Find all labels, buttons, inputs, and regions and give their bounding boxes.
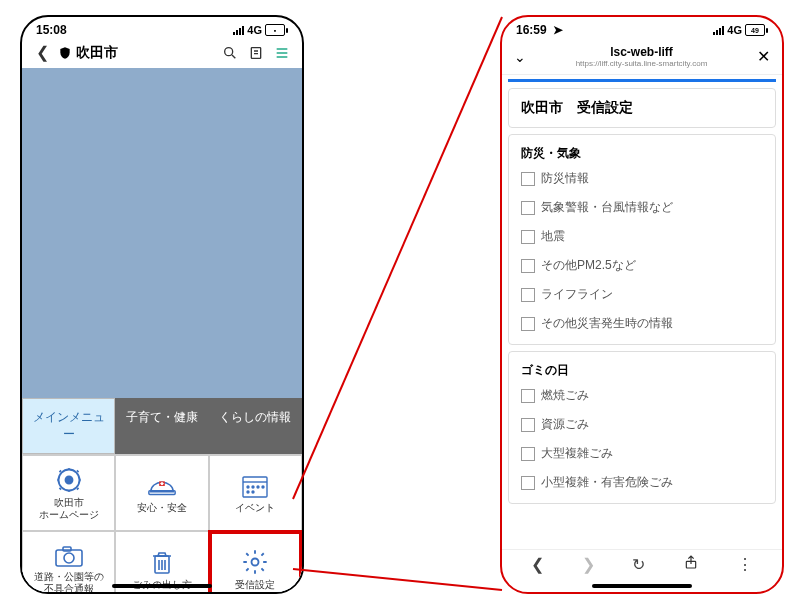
chevron-down-icon[interactable]: ⌄ xyxy=(514,49,526,65)
chat-background xyxy=(22,68,302,398)
svg-point-21 xyxy=(252,491,254,493)
tab-childcare[interactable]: 子育て・健康 xyxy=(115,398,208,454)
cell-homepage[interactable]: 吹田市 ホームページ xyxy=(22,455,115,531)
accent-bar xyxy=(508,79,776,82)
svg-line-37 xyxy=(293,17,502,499)
liff-url: https://liff.city-suita.line-smartcity.c… xyxy=(534,59,749,68)
status-bar: 16:59 ➤ 4G 49 xyxy=(502,17,782,39)
page-title-section: 吹田市 受信設定 xyxy=(508,88,776,128)
helmet-icon xyxy=(147,473,177,499)
close-icon[interactable]: ✕ xyxy=(757,47,770,66)
group-disaster: 防災・気象 防災情報 気象警報・台風情報など 地震 その他PM2.5など ライフ… xyxy=(508,134,776,345)
cell-label: イベント xyxy=(235,502,275,514)
battery-icon: 49 xyxy=(745,24,768,36)
svg-line-1 xyxy=(232,55,235,58)
checkbox-icon[interactable] xyxy=(521,259,535,273)
checkbox-icon[interactable] xyxy=(521,389,535,403)
nav-more-icon[interactable]: ⋮ xyxy=(737,555,753,574)
status-net: 4G xyxy=(727,24,742,36)
checkbox-icon[interactable] xyxy=(521,317,535,331)
status-time: 15:08 xyxy=(36,23,67,37)
option-row[interactable]: 資源ごみ xyxy=(521,416,763,433)
svg-point-18 xyxy=(257,486,259,488)
signal-icon xyxy=(233,25,244,35)
cell-safety[interactable]: 安心・安全 xyxy=(115,455,208,531)
option-label: 気象警報・台風情報など xyxy=(541,199,673,216)
cell-report[interactable]: 道路・公園等の 不具合通報 xyxy=(22,531,115,594)
svg-point-30 xyxy=(252,558,259,565)
checkbox-icon[interactable] xyxy=(521,476,535,490)
option-row[interactable]: その他PM2.5など xyxy=(521,257,763,274)
option-label: 燃焼ごみ xyxy=(541,387,589,404)
svg-rect-24 xyxy=(63,547,71,551)
browser-nav: ❮ ❯ ↻ ⋮ xyxy=(502,549,782,574)
cell-label: 吹田市 ホームページ xyxy=(39,497,99,520)
checkbox-icon[interactable] xyxy=(521,172,535,186)
svg-point-23 xyxy=(64,553,74,563)
status-net: 4G xyxy=(247,24,262,36)
option-row[interactable]: その他災害発生時の情報 xyxy=(521,315,763,332)
option-row[interactable]: 小型複雑・有害危険ごみ xyxy=(521,474,763,491)
checkbox-icon[interactable] xyxy=(521,418,535,432)
svg-point-9 xyxy=(65,477,72,484)
svg-point-17 xyxy=(252,486,254,488)
tab-living[interactable]: くらしの情報 xyxy=(209,398,302,454)
option-row[interactable]: 燃焼ごみ xyxy=(521,387,763,404)
option-label: その他災害発生時の情報 xyxy=(541,315,673,332)
nav-forward-icon[interactable]: ❯ xyxy=(582,555,595,574)
phone-left: 15:08 4G ▪ ❮ 吹田市 メインメニュー 子育て・健康 くらしの情報 吹… xyxy=(20,15,304,594)
option-label: 地震 xyxy=(541,228,565,245)
group-title: 防災・気象 xyxy=(521,145,763,162)
svg-rect-10 xyxy=(149,490,175,494)
svg-point-20 xyxy=(247,491,249,493)
status-bar: 15:08 4G ▪ xyxy=(22,17,302,39)
nav-back-icon[interactable]: ❮ xyxy=(531,555,544,574)
menu-icon[interactable] xyxy=(272,45,292,61)
svg-point-16 xyxy=(247,486,249,488)
tab-main[interactable]: メインメニュー xyxy=(22,398,115,454)
page-title: 吹田市 受信設定 xyxy=(521,99,763,117)
menu-grid: 吹田市 ホームページ 安心・安全 イベント 道路・公園等の 不具合通報 ごみの出… xyxy=(22,454,302,594)
option-label: 大型複雑ごみ xyxy=(541,445,613,462)
nav-reload-icon[interactable]: ↻ xyxy=(632,555,645,574)
location-icon: ➤ xyxy=(553,23,563,37)
option-row[interactable]: 大型複雑ごみ xyxy=(521,445,763,462)
checkbox-icon[interactable] xyxy=(521,230,535,244)
status-time: 16:59 xyxy=(516,23,547,37)
cell-event[interactable]: イベント xyxy=(209,455,302,531)
cog-icon xyxy=(241,548,269,576)
cell-label: 受信設定 xyxy=(235,579,275,591)
camera-icon xyxy=(54,544,84,568)
cell-reception-settings[interactable]: 受信設定 xyxy=(209,531,302,594)
back-icon[interactable]: ❮ xyxy=(32,43,52,62)
checkbox-icon[interactable] xyxy=(521,201,535,215)
option-row[interactable]: 地震 xyxy=(521,228,763,245)
option-label: ライフライン xyxy=(541,286,613,303)
group-garbage: ゴミの日 燃焼ごみ 資源ごみ 大型複雑ごみ 小型複雑・有害危険ごみ xyxy=(508,351,776,504)
option-label: 防災情報 xyxy=(541,170,589,187)
shield-icon xyxy=(58,46,72,60)
chat-header: ❮ 吹田市 xyxy=(22,39,302,68)
nav-share-icon[interactable] xyxy=(683,554,699,574)
home-indicator xyxy=(112,584,212,588)
option-row[interactable]: ライフライン xyxy=(521,286,763,303)
home-indicator xyxy=(592,584,692,588)
svg-point-0 xyxy=(225,47,233,55)
option-row[interactable]: 防災情報 xyxy=(521,170,763,187)
checkbox-icon[interactable] xyxy=(521,447,535,461)
trash-icon xyxy=(150,548,174,576)
checkbox-icon[interactable] xyxy=(521,288,535,302)
note-icon[interactable] xyxy=(246,45,266,61)
phone-right: 16:59 ➤ 4G 49 ⌄ lsc-web-liff https://lif… xyxy=(500,15,784,594)
option-row[interactable]: 気象警報・台風情報など xyxy=(521,199,763,216)
cell-label: 道路・公園等の 不具合通報 xyxy=(34,571,104,594)
option-label: 小型複雑・有害危険ごみ xyxy=(541,474,673,491)
search-icon[interactable] xyxy=(220,45,240,61)
cell-label: 安心・安全 xyxy=(137,502,187,514)
svg-rect-13 xyxy=(160,483,164,484)
gear-badge-icon xyxy=(55,466,83,494)
svg-line-38 xyxy=(293,569,502,590)
svg-point-19 xyxy=(262,486,264,488)
signal-icon xyxy=(713,25,724,35)
group-title: ゴミの日 xyxy=(521,362,763,379)
